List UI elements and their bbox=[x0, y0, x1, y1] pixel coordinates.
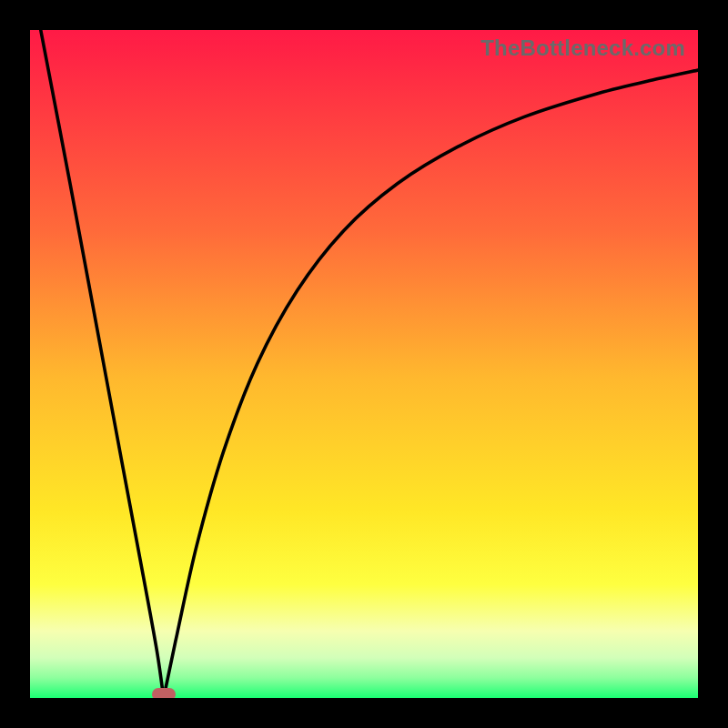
optimal-marker bbox=[152, 688, 176, 698]
chart-frame: TheBottleneck.com bbox=[0, 0, 728, 728]
plot-area: TheBottleneck.com bbox=[30, 30, 698, 698]
bottleneck-curve bbox=[30, 30, 698, 698]
watermark-text: TheBottleneck.com bbox=[480, 35, 685, 61]
